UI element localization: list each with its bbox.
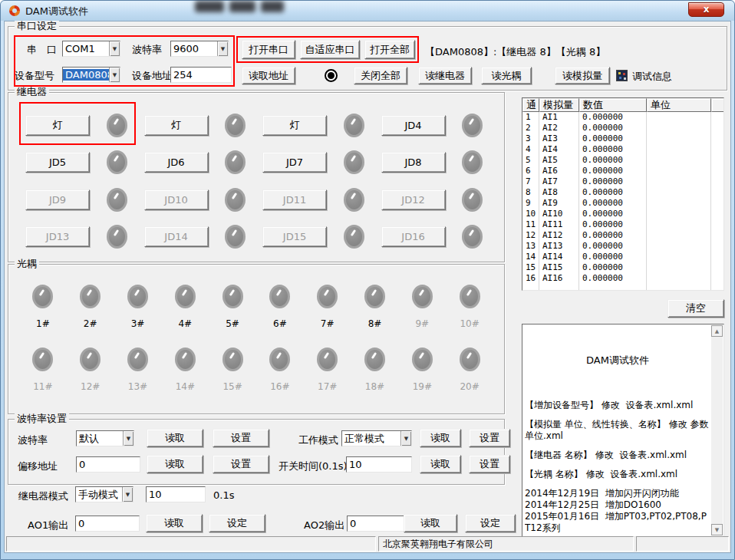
relay-button-8[interactable]: JD8 (381, 152, 446, 173)
offset-read-button[interactable]: 读取 (147, 455, 203, 473)
clear-button[interactable]: 清空 (667, 299, 724, 318)
offset-set-button[interactable]: 设置 (213, 455, 269, 473)
table-header-cell[interactable]: 单位 (647, 98, 711, 112)
table-header-cell[interactable]: 数值 (579, 98, 647, 112)
table-row[interactable]: 8AI80.000000 (522, 187, 723, 198)
table-row[interactable]: 14AI140.000000 (522, 252, 723, 262)
table-cell (647, 187, 711, 198)
relay-button-12: JD12 (381, 189, 446, 210)
table-row[interactable]: 16AI160.000000 (522, 273, 723, 284)
open-serial-button[interactable]: 打开串口 (242, 40, 295, 59)
table-row[interactable]: 5AI50.000000 (522, 155, 723, 166)
chevron-down-icon[interactable]: ▼ (122, 487, 133, 502)
switch-time-label: 开关时间(0.1s) (279, 460, 348, 473)
table-row[interactable]: 3AI30.000000 (522, 133, 723, 144)
chevron-down-icon[interactable]: ▼ (123, 431, 133, 446)
relay-button-2[interactable]: 灯 (144, 115, 209, 136)
table-header-cell[interactable] (711, 98, 723, 112)
relay-button-3[interactable]: 灯 (262, 115, 327, 136)
ao2-input[interactable]: 0 (347, 516, 411, 532)
close-button[interactable]: x (688, 2, 724, 17)
opto-cell: 17# (304, 348, 351, 392)
scroll-up-icon[interactable]: ▲ (711, 325, 723, 337)
workmode-read-button[interactable]: 读取 (420, 429, 461, 447)
table-cell: 13 (522, 241, 539, 252)
device-addr-input[interactable]: 254 (170, 67, 232, 83)
table-row[interactable]: 1AI10.000000 (522, 112, 723, 123)
table-row[interactable]: 2AI20.000000 (522, 123, 723, 133)
baud-combo[interactable]: 9600 ▼ (170, 41, 229, 57)
ao2-set-button[interactable]: 设定 (465, 514, 516, 532)
ao1-set-button[interactable]: 设定 (209, 514, 265, 532)
offset-addr-input[interactable]: 0 (76, 456, 140, 473)
read-relay-button[interactable]: 读继电器 (418, 67, 472, 84)
opto-group-title: 光耦 (15, 259, 39, 269)
opto-cell: 10# (446, 285, 493, 329)
relay-mode-combo[interactable]: 手动模式 ▼ (75, 486, 133, 502)
chevron-down-icon[interactable]: ▼ (217, 41, 228, 56)
table-row[interactable]: 15AI150.000000 (522, 262, 723, 273)
ao1-input[interactable]: 0 (75, 516, 140, 532)
table-row[interactable]: 11AI110.000000 (522, 219, 723, 230)
table-row[interactable] (522, 284, 723, 291)
table-row[interactable]: 4AI40.000000 (522, 144, 723, 155)
relay-button-6[interactable]: JD6 (144, 152, 209, 173)
table-cell: AI16 (539, 273, 579, 284)
switchtime-read-button[interactable]: 读取 (420, 455, 461, 473)
switchtime-set-button[interactable]: 设置 (469, 455, 510, 473)
read-analog-button[interactable]: 读模拟量 (555, 67, 610, 84)
table-cell: AI13 (539, 241, 579, 252)
status-pane-left (6, 536, 376, 552)
workmode-set-button[interactable]: 设置 (469, 429, 510, 447)
table-row[interactable]: 9AI90.000000 (522, 198, 723, 209)
relay-button-4[interactable]: JD4 (381, 115, 446, 136)
device-info-text: 【DAM0808】:【继电器 8】【光耦 8】 (425, 45, 605, 59)
relay-button-1[interactable]: 灯 (25, 115, 90, 136)
baudrate-combo[interactable]: 默认 ▼ (76, 430, 134, 446)
relay-group: 继电器 灯灯灯JD4JD5JD6JD7JD8JD9JD10JD11JD12JD1… (8, 92, 505, 262)
table-cell (647, 284, 711, 291)
table-cell (711, 219, 723, 230)
opto-cell: 11# (19, 348, 67, 392)
switch-time-input[interactable]: 10 (346, 456, 412, 473)
ao1-read-button[interactable]: 读取 (146, 514, 203, 532)
read-address-button[interactable]: 读取地址 (242, 67, 295, 84)
table-row[interactable]: 7AI70.000000 (522, 176, 723, 187)
model-combo[interactable]: DAM0808 ▼ (62, 67, 120, 83)
baud-read-button[interactable]: 读取 (147, 429, 203, 447)
table-cell (647, 252, 711, 262)
relay-button-7[interactable]: JD7 (262, 152, 327, 173)
scroll-down-icon[interactable]: ▼ (711, 524, 723, 535)
analog-table[interactable]: 通模拟量数值单位 1AI10.0000002AI20.0000003AI30.0… (522, 97, 724, 291)
relay-mode-label: 继电器模式 (18, 489, 68, 503)
table-cell: 0.000000 (579, 155, 647, 166)
baud-set-button[interactable]: 设置 (213, 429, 269, 447)
auto-adapt-button[interactable]: 自适应串口 (300, 40, 360, 59)
relay-cell: JD5 (19, 144, 138, 182)
workmode-combo[interactable]: 正常模式 ▼ (341, 430, 412, 446)
ao2-read-button[interactable]: 读取 (404, 514, 457, 532)
table-row[interactable]: 12AI120.000000 (522, 230, 723, 241)
read-opto-button[interactable]: 读光耦 (481, 67, 532, 84)
open-all-button[interactable]: 打开全部 (364, 40, 415, 59)
table-cell: 0.000000 (579, 166, 647, 176)
table-cell: 3 (522, 133, 539, 144)
opto-cell: 1# (19, 285, 67, 329)
chevron-down-icon[interactable]: ▼ (109, 68, 120, 82)
chevron-down-icon[interactable]: ▼ (109, 41, 120, 56)
close-all-button[interactable]: 关闭全部 (354, 67, 407, 84)
debug-info-label: 调试信息 (632, 70, 672, 84)
baud-group-title: 波特率设置 (15, 413, 69, 424)
relay-mode-time-input[interactable]: 10 (146, 486, 206, 502)
chevron-down-icon[interactable]: ▼ (400, 431, 411, 446)
table-header-cell[interactable]: 通 (522, 98, 539, 112)
port-combo[interactable]: COM1 ▼ (62, 41, 120, 57)
table-cell: 0.000000 (579, 252, 647, 262)
table-cell (711, 176, 723, 187)
table-header-cell[interactable]: 模拟量 (539, 98, 579, 112)
table-row[interactable]: 6AI60.000000 (522, 166, 723, 176)
relay-button-5[interactable]: JD5 (25, 152, 90, 173)
info-scrollbar[interactable]: ▲ ▼ (711, 325, 723, 535)
table-row[interactable]: 10AI100.000000 (522, 209, 723, 219)
table-row[interactable]: 13AI130.000000 (522, 241, 723, 252)
